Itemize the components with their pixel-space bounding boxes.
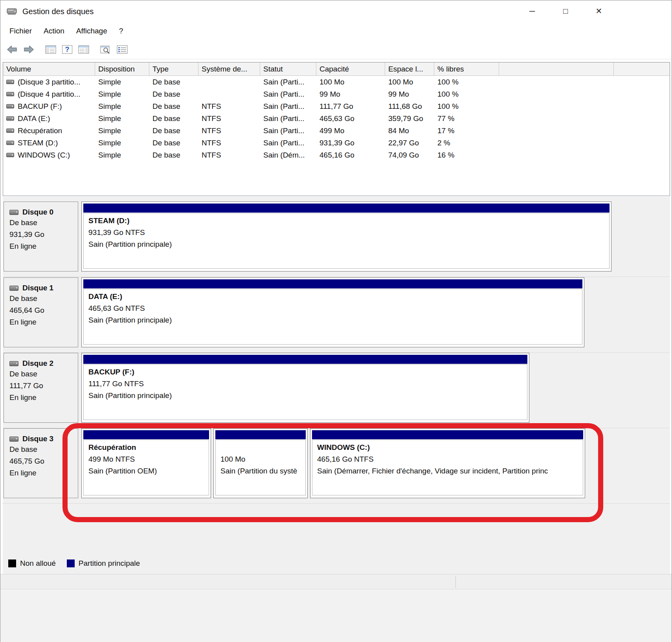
zoom-button[interactable] <box>99 42 113 57</box>
disk-management-window: Gestion des disques ─ □ ✕ Fichier Action… <box>0 0 672 642</box>
export-list-icon <box>117 45 128 54</box>
cell-capacite: 111,77 Go <box>316 100 385 112</box>
disk-status: En ligne <box>9 318 76 330</box>
cell-type: De base <box>149 112 198 125</box>
volume-name: WINDOWS (C:) <box>18 151 70 160</box>
maximize-button[interactable]: □ <box>553 1 578 21</box>
volume-list: Volume Disposition Type Système de... St… <box>3 62 670 196</box>
volume-row[interactable]: (Disque 3 partitio... Simple De base Sai… <box>3 76 670 88</box>
status-bar <box>0 574 672 589</box>
cell-filesystem: NTFS <box>198 100 260 112</box>
menu-help[interactable]: ? <box>113 27 129 35</box>
menu-action[interactable]: Action <box>38 27 70 35</box>
help-button[interactable]: ? <box>60 42 74 57</box>
legend: Non alloué Partition principale <box>8 558 151 569</box>
partition-color-bar <box>83 430 209 439</box>
column-header-pct-libres[interactable]: % libres <box>434 62 499 75</box>
primary-partition-swatch <box>67 559 75 567</box>
cell-type: De base <box>149 137 198 149</box>
cell-statut: Sain (Parti... <box>260 125 316 137</box>
cell-disposition: Simple <box>95 76 149 88</box>
cell-espace-libre: 22,97 Go <box>385 137 434 149</box>
status-bar-divider <box>455 576 456 588</box>
partition-title: WINDOWS (C:) <box>317 443 580 455</box>
volume-row[interactable]: (Disque 4 partitio... Simple De base Sai… <box>3 88 670 100</box>
partition-system-100mo[interactable]: 100 Mo Sain (Partition du systè <box>213 428 308 498</box>
disk-icon <box>9 286 18 291</box>
cell-espace-libre: 100 Mo <box>385 76 434 88</box>
partition-body: 100 Mo Sain (Partition du systè <box>215 440 306 495</box>
disk-label: Disque 1 <box>22 284 53 292</box>
help-icon: ? <box>62 45 72 54</box>
disk-status: En ligne <box>9 242 76 254</box>
partition-status: Sain (Partition du systè <box>220 467 303 479</box>
disk-status: En ligne <box>9 469 76 481</box>
forward-button[interactable] <box>22 42 36 57</box>
help-glyph: ? <box>65 46 70 53</box>
partition-body: DATA (E:) 465,63 Go NTFS Sain (Partition… <box>83 289 582 345</box>
cell-disposition: Simple <box>95 125 149 137</box>
column-header-capacite[interactable]: Capacité <box>316 62 385 75</box>
cell-disposition: Simple <box>95 112 149 125</box>
close-button[interactable]: ✕ <box>587 1 611 21</box>
menu-fichier[interactable]: Fichier <box>4 27 38 35</box>
export-list-button[interactable] <box>115 42 129 57</box>
volume-icon <box>6 153 14 157</box>
column-header-volume[interactable]: Volume <box>3 62 95 75</box>
menu-affichage[interactable]: Affichage <box>70 27 113 35</box>
disk-info-panel-0[interactable]: Disque 0 De base 931,39 Go En ligne <box>4 202 78 271</box>
column-header-filler <box>499 62 614 75</box>
partition-steam[interactable]: STEAM (D:) 931,39 Go NTFS Sain (Partitio… <box>81 202 611 271</box>
volume-icon <box>6 141 14 145</box>
partition-data[interactable]: DATA (E:) 465,63 Go NTFS Sain (Partition… <box>81 277 584 347</box>
cell-statut: Sain (Parti... <box>260 100 316 112</box>
disk-info-panel-2[interactable]: Disque 2 De base 111,77 Go En ligne <box>4 353 78 423</box>
cell-statut: Sain (Dém... <box>260 149 316 161</box>
disk-info-panel-3[interactable]: Disque 3 De base 465,75 Go En ligne <box>4 428 78 498</box>
partitions-1: DATA (E:) 465,63 Go NTFS Sain (Partition… <box>81 277 587 347</box>
column-header-espace-libre[interactable]: Espace l... <box>385 62 434 75</box>
volume-row[interactable]: STEAM (D:) Simple De base NTFS Sain (Par… <box>3 137 670 149</box>
cell-pct-libres: 100 % <box>434 76 499 88</box>
volume-row[interactable]: DATA (E:) Simple De base NTFS Sain (Part… <box>3 112 670 125</box>
cell-volume: (Disque 4 partitio... <box>3 88 95 100</box>
column-header-statut[interactable]: Statut <box>260 62 316 75</box>
toolbar: ? <box>0 40 672 59</box>
volume-row[interactable]: WINDOWS (C:) Simple De base NTFS Sain (D… <box>3 149 670 161</box>
partition-size: 100 Mo <box>220 455 303 467</box>
partition-title <box>220 443 303 455</box>
cell-disposition: Simple <box>95 137 149 149</box>
cell-disposition: Simple <box>95 100 149 112</box>
cell-volume: (Disque 3 partitio... <box>3 76 95 88</box>
disk-status: En ligne <box>9 393 76 405</box>
disk-icon <box>9 437 18 442</box>
minimize-button[interactable]: ─ <box>520 1 544 21</box>
column-header-disposition[interactable]: Disposition <box>95 62 149 75</box>
graphical-view: Disque 0 De base 931,39 Go En ligne STEA… <box>3 197 670 574</box>
column-header-filesystem[interactable]: Système de... <box>198 62 260 75</box>
volume-row[interactable]: BACKUP (F:) Simple De base NTFS Sain (Pa… <box>3 100 670 112</box>
forward-icon <box>23 45 35 54</box>
volume-name: (Disque 3 partitio... <box>18 78 80 86</box>
partition-recuperation[interactable]: Récupération 499 Mo NTFS Sain (Partition… <box>81 428 211 498</box>
cell-filesystem: NTFS <box>198 149 260 161</box>
unallocated-swatch <box>8 559 16 567</box>
volume-name: Récupération <box>18 127 62 135</box>
volume-row[interactable]: Récupération Simple De base NTFS Sain (P… <box>3 125 670 137</box>
cell-volume: BACKUP (F:) <box>3 100 95 112</box>
partition-windows[interactable]: WINDOWS (C:) 465,16 Go NTFS Sain (Démarr… <box>310 428 585 498</box>
action-pane-button[interactable] <box>77 42 91 57</box>
back-button[interactable] <box>5 42 19 57</box>
console-tree-button[interactable] <box>44 42 58 57</box>
partition-title: STEAM (D:) <box>88 216 607 228</box>
column-header-type[interactable]: Type <box>149 62 198 75</box>
partition-color-bar <box>83 279 582 288</box>
console-tree-icon <box>45 45 56 54</box>
disk-row-1: Disque 1 De base 465,64 Go En ligne DATA… <box>3 277 670 353</box>
legend-label: Partition principale <box>79 559 140 568</box>
cell-statut: Sain (Parti... <box>260 137 316 149</box>
cell-type: De base <box>149 88 198 100</box>
cell-filesystem: NTFS <box>198 125 260 137</box>
disk-info-panel-1[interactable]: Disque 1 De base 465,64 Go En ligne <box>4 277 78 347</box>
partition-backup[interactable]: BACKUP (F:) 111,77 Go NTFS Sain (Partiti… <box>81 353 529 423</box>
